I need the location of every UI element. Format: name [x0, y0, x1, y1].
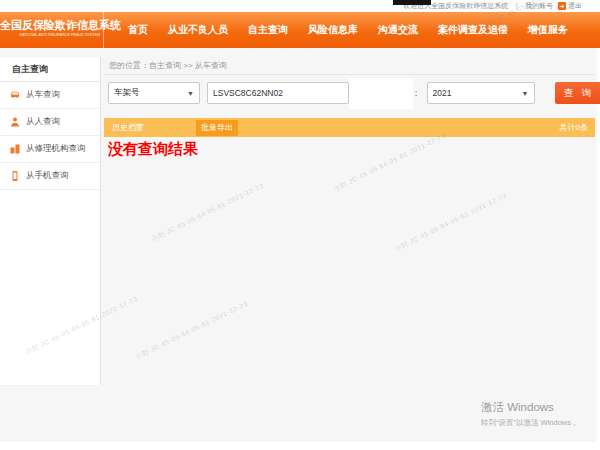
history-archive-label: 历史档案 [104, 122, 144, 133]
query-year-select[interactable]: 2021 ▼ [427, 82, 535, 104]
sidebar-item-label: 从人查询 [26, 116, 60, 128]
sidebar-item-phone-query[interactable]: 从手机查询 [0, 163, 100, 190]
field-type-value: 车架号 [114, 87, 140, 99]
search-button[interactable]: 查 询 [555, 82, 600, 104]
sidebar-item-person-query[interactable]: 从人查询 [0, 109, 100, 136]
windows-activation-hint: 转到“设置”以激活 Windows， [481, 418, 579, 428]
car-icon [9, 89, 21, 101]
repair-shop-icon [9, 143, 21, 155]
nav-item-risk-info[interactable]: 风险信息库 [298, 23, 368, 37]
main-header: 全国反保险欺诈信息系统 NATIONAL ANTI INSURANCE FRAU… [0, 12, 600, 48]
sidebar-title: 自主查询 [0, 57, 100, 82]
query-year-value: 2021 [433, 88, 452, 98]
sidebar-item-repair-org-query[interactable]: 从修理机构查询 [0, 136, 100, 163]
app-logo: 全国反保险欺诈信息系统 NATIONAL ANTI INSURANCE FRAU… [0, 12, 104, 48]
windows-activation-title: 激活 Windows [481, 400, 579, 415]
mobile-phone-icon [9, 170, 21, 182]
logo-subtitle: NATIONAL ANTI INSURANCE FRAUD SYSTEM [20, 33, 84, 37]
vin-input[interactable] [207, 82, 349, 104]
redaction-overlay [349, 78, 413, 109]
nav-item-case-investigation[interactable]: 案件调查及追偿 [428, 23, 518, 37]
sidebar-item-label: 从车查询 [26, 89, 60, 101]
batch-export-button[interactable]: 批量导出 [196, 120, 238, 136]
chevron-down-icon: ▼ [187, 90, 194, 97]
my-account-link[interactable]: 我的账号 [525, 1, 553, 11]
no-results-message: 没有查询结果 [108, 140, 198, 159]
topbar-divider: ｜ [513, 1, 520, 11]
account-topbar: 欢迎进入全国反保险欺诈信息系统 ｜ 我的账号 ➜ 退出 [0, 0, 600, 12]
field-type-select[interactable]: 车架号 ▼ [108, 82, 200, 104]
chevron-down-icon: ▼ [522, 90, 529, 97]
logo-title: 全国反保险欺诈信息系统 [0, 18, 103, 33]
windows-activation-notice: 激活 Windows 转到“设置”以激活 Windows， [481, 400, 579, 428]
logout-icon: ➜ [558, 2, 566, 10]
sidebar-item-vehicle-query[interactable]: 从车查询 [0, 82, 100, 109]
sidebar-item-label: 从修理机构查询 [26, 143, 86, 155]
query-form: 车架号 ▼ *查询时间： 2021 ▼ 查 询 [108, 82, 600, 104]
logout-label: 退出 [568, 1, 582, 11]
nav-item-value-added[interactable]: 增值服务 [518, 23, 578, 37]
vin-input-wrap [207, 82, 349, 104]
breadcrumb: 您的位置：自主查询 >> 从车查询 [109, 60, 227, 71]
breadcrumb-divider [104, 74, 595, 75]
logout-link[interactable]: ➜ 退出 [558, 1, 582, 11]
person-icon [9, 116, 21, 128]
main-nav: 首页 从业不良人员 自主查询 风险信息库 沟通交流 案件调查及追偿 增值服务 [104, 12, 578, 48]
footer-strip [0, 442, 600, 450]
nav-item-home[interactable]: 首页 [118, 23, 158, 37]
sidebar: 自主查询 从车查询 从人查询 从修理机构查询 从手机查询 [0, 57, 101, 385]
total-count: 共计0条 [560, 122, 595, 133]
nav-item-self-query[interactable]: 自主查询 [238, 23, 298, 37]
nav-item-communication[interactable]: 沟通交流 [368, 23, 428, 37]
results-toolbar: 历史档案 批量导出 共计0条 [104, 118, 595, 137]
redaction-bar [393, 0, 431, 5]
app-window: 欢迎进入全国反保险欺诈信息系统 ｜ 我的账号 ➜ 退出 全国反保险欺诈信息系统 … [0, 0, 600, 450]
nav-item-bad-practitioners[interactable]: 从业不良人员 [158, 23, 238, 37]
sidebar-item-label: 从手机查询 [26, 170, 69, 182]
